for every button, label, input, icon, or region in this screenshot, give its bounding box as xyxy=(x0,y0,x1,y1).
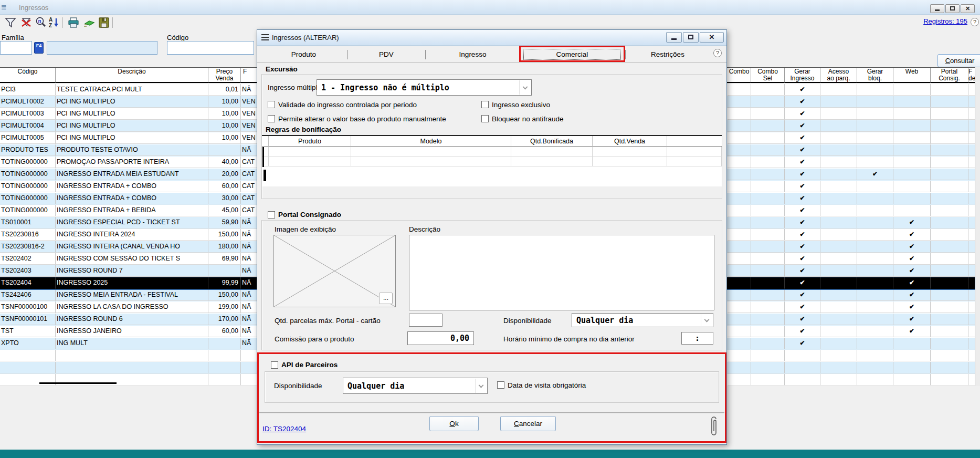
cell-web xyxy=(893,84,931,96)
column-header[interactable]: ComboSel xyxy=(751,68,785,82)
check-icon: ✔ xyxy=(799,291,805,298)
descricao-textarea[interactable] xyxy=(409,235,714,310)
export-money-icon[interactable] xyxy=(83,16,96,29)
dialog-maximize-button[interactable] xyxy=(683,32,699,43)
column-header[interactable]: Código xyxy=(0,68,56,82)
column-header[interactable]: Gerarbloq. xyxy=(857,68,893,82)
ingresso-exclusivo-checkbox[interactable] xyxy=(481,101,489,108)
cell-acesso xyxy=(820,108,857,120)
ingresso-multiplo-select[interactable]: 1 - Ingresso não é múltiplo xyxy=(317,79,532,96)
dropdown-arrow-button[interactable] xyxy=(701,314,712,326)
cell-extra xyxy=(968,169,975,180)
cell-flag: NÃ xyxy=(241,253,257,265)
familia-input[interactable] xyxy=(0,41,32,55)
cell-codigo: TS202403 xyxy=(0,265,56,277)
system-menu-icon[interactable]: ≣ xyxy=(1,4,7,11)
permite-alterar-checkbox[interactable] xyxy=(268,115,275,122)
restore-button[interactable] xyxy=(945,4,960,13)
parcelas-input[interactable] xyxy=(409,314,442,327)
check-icon: ✔ xyxy=(799,243,805,250)
footer-divider xyxy=(259,412,724,413)
portal-consignado-checkbox[interactable] xyxy=(268,211,275,218)
dialog-system-menu-icon[interactable] xyxy=(261,34,269,40)
vertical-scrollbar[interactable] xyxy=(975,67,980,386)
locate-icon[interactable]: n xyxy=(35,16,47,29)
dropdown-arrow-button[interactable] xyxy=(475,379,487,393)
ingresso-exclusivo-label: Ingresso exclusivo xyxy=(492,101,550,109)
dialog-close-button[interactable]: ✕ xyxy=(700,32,724,43)
sort-az-icon[interactable]: A Z xyxy=(48,16,61,29)
horario-minimo-input[interactable] xyxy=(681,332,713,345)
tab-restricoes[interactable]: Restrições xyxy=(625,47,710,62)
cell-flag: CAT xyxy=(241,193,257,204)
imagem-exibicao-box[interactable]: ... xyxy=(273,235,396,307)
validade-checkbox[interactable] xyxy=(268,101,275,108)
save-icon[interactable] xyxy=(98,16,110,29)
comissao-input[interactable] xyxy=(407,331,474,345)
dialog-help-icon[interactable]: ? xyxy=(713,49,722,57)
column-header[interactable]: Acessoao parq. xyxy=(820,68,857,82)
cell-flag: NÃ xyxy=(241,289,257,301)
cell-combo xyxy=(728,229,751,241)
cell-codigo: TOTING000000 xyxy=(0,193,56,204)
cell-preco: 10,00 xyxy=(208,108,241,120)
cell-combo_sel xyxy=(751,301,785,313)
cell-combo_sel xyxy=(751,338,785,349)
help-icon[interactable]: ? xyxy=(971,18,979,26)
column-header[interactable]: GerarIngresso xyxy=(785,68,820,82)
clear-filter-icon[interactable] xyxy=(20,16,33,29)
tab-pdv[interactable]: PDV xyxy=(347,47,425,62)
cell-extra xyxy=(968,120,975,132)
cell-combo_sel xyxy=(751,169,785,180)
cell-gerar_ingresso: ✔ xyxy=(785,265,820,277)
api-disponibilidade-select[interactable]: Qualquer dia xyxy=(343,378,488,394)
ok-button[interactable]: Ok xyxy=(429,416,479,431)
cell-web xyxy=(893,108,931,120)
cell-portal_consig xyxy=(931,193,968,204)
column-header[interactable]: PortalConsig. xyxy=(931,68,968,82)
cell-acesso xyxy=(820,338,857,349)
cell-web: ✔ xyxy=(893,326,931,337)
f4-button[interactable]: F4 xyxy=(34,42,44,54)
tab-ingresso[interactable]: Ingresso xyxy=(425,47,520,62)
data-visita-checkbox[interactable] xyxy=(497,381,504,389)
codigo-input[interactable] xyxy=(167,41,254,55)
column-header[interactable]: Fde xyxy=(968,68,975,82)
consultar-button[interactable]: Consultar xyxy=(937,54,980,67)
cell-combo_sel xyxy=(751,193,785,204)
column-header[interactable]: Web xyxy=(893,68,931,82)
cell-acesso xyxy=(820,241,857,253)
paperclip-icon[interactable] xyxy=(710,414,718,439)
browse-image-button[interactable]: ... xyxy=(379,293,393,304)
print-icon[interactable] xyxy=(67,16,80,29)
close-button[interactable]: ✕ xyxy=(961,4,975,13)
cell-descricao: INGRESSO INTEIRA (CANAL VENDA HO xyxy=(56,241,208,253)
cell-combo_sel xyxy=(751,84,785,96)
id-link[interactable]: ID: TS202404 xyxy=(262,425,306,433)
cancelar-button[interactable]: Cancelar xyxy=(500,416,556,431)
column-header[interactable]: F xyxy=(241,68,257,82)
cell-gerar_ingresso: ✔ xyxy=(785,301,820,313)
dialog-minimize-button[interactable] xyxy=(666,32,682,43)
bloquear-antifraude-checkbox[interactable] xyxy=(481,115,489,122)
cell-acesso xyxy=(820,277,857,289)
minimize-button[interactable] xyxy=(930,4,944,13)
api-parceiros-checkbox[interactable] xyxy=(271,361,278,369)
cell-descricao: INGRESSO ENTRADA MEIA ESTUDANT xyxy=(56,169,208,180)
cell-portal_consig xyxy=(931,132,968,144)
bonificacao-grid[interactable]: Produto Modelo Qtd.Bonificada Qtd.Venda xyxy=(262,135,722,186)
registros-link[interactable]: Registros: 195 xyxy=(923,17,967,25)
cell-preco xyxy=(208,362,241,373)
disponibilidade-select[interactable]: Qualquer dia xyxy=(572,313,713,327)
cell-descricao: INGRESSO ENTRADA + BEBIDA xyxy=(56,205,208,216)
familia-descricao-input[interactable] xyxy=(47,41,157,55)
column-header[interactable]: PreçoVenda xyxy=(208,68,241,82)
dropdown-arrow-button[interactable] xyxy=(519,80,531,95)
tab-produto[interactable]: Produto xyxy=(260,47,347,62)
filter-icon[interactable] xyxy=(4,16,17,29)
column-header[interactable]: Combo xyxy=(728,68,751,82)
column-header[interactable]: Descrição xyxy=(56,68,208,82)
cell-extra xyxy=(968,350,975,361)
imagem-exibicao-label: Imagen de exibição xyxy=(275,225,336,233)
cell-extra xyxy=(968,289,975,301)
